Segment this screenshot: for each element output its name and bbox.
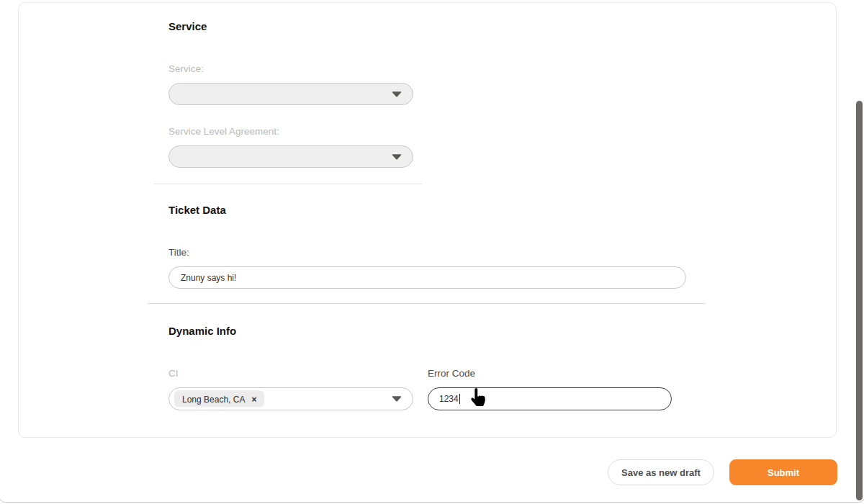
ticket-form-page: Service Service: Service Level Agreement…	[0, 0, 864, 504]
ticket-form-card: Service Service: Service Level Agreement…	[18, 2, 837, 438]
error-code-input[interactable]: 1234	[428, 387, 672, 410]
save-as-new-draft-button[interactable]: Save as new draft	[608, 459, 714, 485]
title-input[interactable]	[168, 266, 686, 289]
section-heading-service: Service	[168, 21, 207, 32]
chevron-down-icon	[392, 154, 402, 160]
service-select[interactable]	[168, 83, 413, 105]
ci-tag-label: Long Beach, CA	[182, 394, 245, 404]
service-label: Service:	[168, 63, 204, 74]
ci-multiselect[interactable]: Long Beach, CA ×	[168, 387, 413, 410]
error-code-label: Error Code	[428, 368, 475, 379]
title-label: Title:	[168, 247, 189, 258]
sla-select[interactable]	[168, 145, 413, 168]
section-divider	[153, 184, 423, 184]
section-heading-ticket-data: Ticket Data	[168, 204, 226, 216]
submit-button[interactable]: Submit	[729, 459, 837, 485]
text-caret	[459, 394, 460, 404]
remove-tag-icon[interactable]: ×	[251, 395, 256, 403]
chevron-down-icon	[392, 396, 402, 402]
section-divider	[148, 303, 706, 304]
error-code-value: 1234	[439, 394, 459, 404]
ci-selected-tag: Long Beach, CA ×	[174, 391, 264, 408]
chevron-down-icon	[392, 91, 402, 97]
section-heading-dynamic-info: Dynamic Info	[168, 325, 236, 337]
ci-label: CI	[168, 368, 179, 379]
vertical-scrollbar-thumb[interactable]	[856, 101, 863, 500]
sla-label: Service Level Agreement:	[168, 126, 279, 137]
